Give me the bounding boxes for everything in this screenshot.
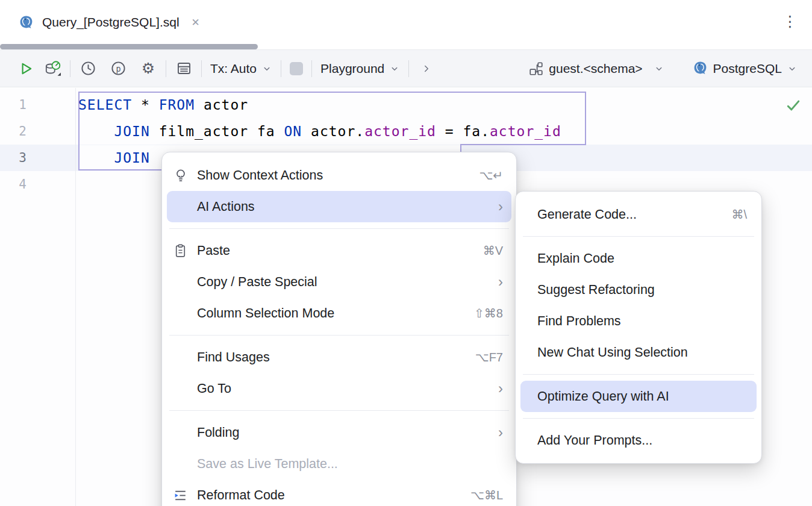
tab-scrollbar-thumb[interactable] [0, 44, 258, 49]
playground-dropdown[interactable]: Playground [320, 61, 400, 76]
in-editor-results-icon[interactable] [175, 60, 193, 78]
menu-item-shortcut: ⌘V [483, 243, 503, 258]
menu-item-find-usages[interactable]: Find Usages ⌥F7 [162, 342, 516, 373]
menu-item-suggest-refactoring[interactable]: Suggest Refactoring [516, 274, 761, 305]
menu-divider [523, 374, 754, 375]
chevron-down-icon [261, 63, 272, 74]
submenu-arrow-icon: › [498, 199, 503, 214]
menu-item-generate-code[interactable]: Generate Code... ⌘\ [516, 199, 761, 230]
menu-item-label: New Chat Using Selection [537, 345, 688, 360]
line-number-gutter: 1 2 3 4 [0, 92, 27, 198]
menu-divider [523, 418, 754, 419]
execute-on-database-icon[interactable] [43, 60, 61, 78]
menu-item-new-chat-using-selection[interactable]: New Chat Using Selection [516, 337, 761, 368]
context-menu: Show Context Actions ⌥↵ AI Actions › Pas… [161, 152, 517, 506]
menu-item-paste[interactable]: Paste ⌘V [162, 235, 516, 266]
parameters-icon[interactable]: p [109, 60, 127, 78]
gutter-separator [75, 88, 76, 506]
breadcrumb-chevron-icon[interactable] [417, 60, 436, 78]
close-icon[interactable]: ✕ [192, 16, 200, 29]
menu-item-label: Suggest Refactoring [537, 283, 655, 298]
line-number: 3 [0, 145, 27, 171]
submenu-arrow-icon: › [498, 425, 503, 440]
tab-title: Query_[PostgreSQL].sql [42, 15, 180, 30]
menu-item-go-to[interactable]: Go To › [162, 373, 516, 404]
menu-item-shortcut: ⇧⌘8 [474, 306, 503, 320]
stop-icon [290, 62, 303, 75]
ai-actions-submenu: Generate Code... ⌘\ Explain Code Suggest… [515, 191, 762, 464]
menu-item-label: AI Actions [197, 199, 255, 214]
toolbar-separator [201, 60, 202, 77]
code-line: SELECT * FROM actor [78, 92, 561, 118]
menu-divider [169, 335, 509, 336]
submenu-arrow-icon: › [498, 381, 503, 396]
svg-text:p: p [116, 64, 120, 73]
menu-item-ai-actions[interactable]: AI Actions › [167, 191, 511, 222]
toolbar-separator [281, 60, 281, 77]
schema-selector-dropdown[interactable]: guest.<schema> [528, 61, 664, 77]
menu-item-copy-paste-special[interactable]: Copy / Paste Special › [162, 266, 516, 298]
menu-item-label: Column Selection Mode [197, 306, 334, 321]
menu-item-label: Add Your Prompts... [537, 433, 652, 448]
toolbar-separator [166, 60, 166, 77]
settings-gear-icon[interactable]: ⚙ [139, 60, 157, 78]
menu-divider [169, 228, 509, 229]
menu-item-shortcut: ⌘\ [731, 207, 747, 222]
menu-item-label: Find Problems [537, 314, 621, 329]
menu-item-shortcut: ⌥⌘L [470, 488, 503, 502]
menu-item-optimize-query-with-ai[interactable]: Optimize Query with AI [520, 381, 757, 412]
editor-toolbar: p ⚙ Tx: Auto Playground guest.<schema> [0, 49, 812, 87]
toolbar-separator [408, 60, 409, 77]
menu-item-shortcut: ⌥F7 [475, 350, 503, 364]
line-number: 1 [0, 92, 27, 118]
menu-item-label: Save as Live Template... [197, 457, 338, 472]
more-options-icon[interactable]: ⋮ [782, 11, 798, 32]
tx-mode-dropdown[interactable]: Tx: Auto [210, 61, 272, 76]
menu-item-label: Paste [197, 243, 230, 258]
reformat-icon [173, 488, 197, 503]
menu-item-label: Reformat Code [197, 488, 285, 503]
toolbar-separator [311, 60, 312, 77]
dialect-selector-dropdown[interactable]: PostgreSQL [692, 60, 798, 77]
tx-mode-label: Tx: Auto [210, 61, 257, 76]
menu-divider [523, 236, 754, 237]
menu-item-save-as-live-template: Save as Live Template... [162, 448, 516, 479]
menu-item-label: Go To [197, 381, 231, 396]
menu-item-show-context-actions[interactable]: Show Context Actions ⌥↵ [162, 160, 516, 191]
statement-border [585, 92, 586, 145]
postgresql-icon [17, 13, 35, 31]
line-number: 4 [0, 171, 27, 198]
menu-divider [169, 410, 509, 411]
dialect-label: PostgreSQL [713, 61, 782, 76]
run-icon[interactable] [17, 60, 35, 78]
chevron-down-icon [787, 63, 798, 74]
menu-item-label: Optimize Query with AI [537, 389, 669, 404]
app: { "tab": { "title": "Query_[PostgreSQL].… [0, 0, 812, 506]
lightbulb-icon [173, 167, 197, 183]
editor-tab[interactable]: Query_[PostgreSQL].sql ✕ [17, 13, 200, 31]
menu-item-folding[interactable]: Folding › [162, 417, 516, 448]
schema-label: guest.<schema> [549, 61, 642, 76]
code-line: JOIN film_actor fa ON actor.actor_id = f… [78, 118, 561, 145]
tab-bar: Query_[PostgreSQL].sql ✕ ⋮ [0, 0, 812, 45]
menu-item-explain-code[interactable]: Explain Code [516, 243, 761, 274]
menu-item-label: Copy / Paste Special [197, 275, 317, 290]
playground-label: Playground [320, 61, 384, 76]
postgresql-icon [692, 60, 708, 77]
menu-item-add-your-prompts[interactable]: Add Your Prompts... [516, 425, 761, 456]
menu-item-column-selection-mode[interactable]: Column Selection Mode ⇧⌘8 [162, 298, 516, 329]
history-icon[interactable] [79, 60, 97, 78]
clipboard-icon [173, 243, 197, 258]
toolbar-separator [70, 60, 70, 77]
chevron-down-icon [654, 63, 664, 74]
schema-icon [528, 61, 544, 77]
menu-item-label: Explain Code [537, 251, 614, 266]
submenu-arrow-icon: › [498, 275, 503, 289]
inspection-ok-icon[interactable] [784, 96, 802, 117]
menu-item-label: Folding [197, 425, 240, 440]
menu-item-find-problems[interactable]: Find Problems [516, 305, 761, 337]
chevron-down-icon [389, 63, 400, 74]
menu-item-label: Generate Code... [537, 207, 637, 222]
menu-item-label: Show Context Actions [197, 168, 323, 183]
menu-item-reformat-code[interactable]: Reformat Code ⌥⌘L [162, 479, 516, 506]
